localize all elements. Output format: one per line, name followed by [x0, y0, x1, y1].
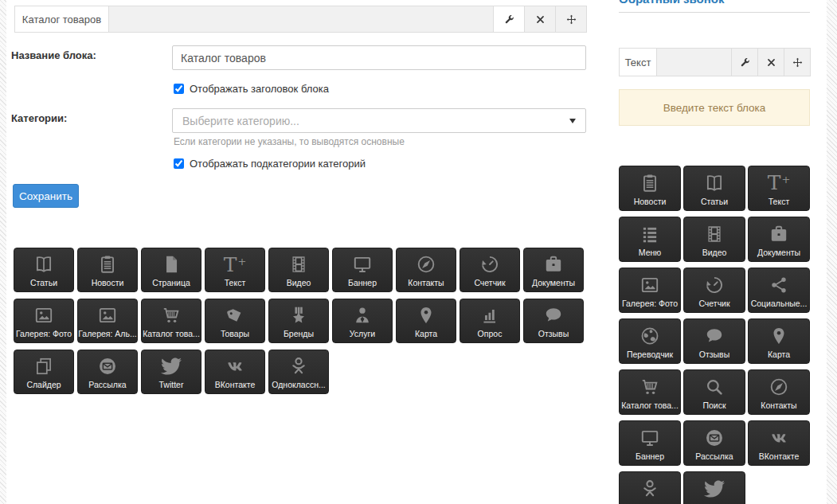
widget-tile[interactable]: Счетчик	[460, 248, 520, 292]
ok-icon	[639, 472, 660, 503]
widget-tile[interactable]: Документы	[523, 248, 584, 292]
widget-tile[interactable]: Видео	[268, 248, 329, 292]
widget-tile[interactable]: Галерея: Фото	[619, 268, 681, 313]
widget-tile[interactable]: Опрос	[460, 299, 520, 343]
widget-tile-label: Текст	[766, 197, 792, 211]
show-title-row: Отображать заголовок блока	[174, 83, 329, 95]
show-title-checkbox[interactable]	[174, 84, 184, 94]
widget-tile-label: Карта	[765, 350, 792, 364]
widget-tile[interactable]: Переводчик	[619, 318, 681, 364]
widget-tile[interactable]: Статьи	[14, 248, 74, 292]
list-icon	[639, 217, 660, 248]
widget-palette-main: СтатьиНовостиСтраницаT+ТекстВидеоБаннерК…	[14, 248, 590, 394]
widget-tile[interactable]: Документы	[748, 217, 810, 262]
widget-tile-label: Галерея: Аль...	[76, 330, 139, 343]
text-block-placeholder[interactable]: Введите текст блока	[619, 89, 810, 126]
remove-block-button[interactable]	[524, 6, 555, 32]
widget-tile[interactable]: Меню	[619, 217, 681, 262]
widget-tile[interactable]: Товары	[205, 299, 265, 343]
widget-tile[interactable]: Контакты	[748, 369, 810, 415]
compass-icon	[769, 370, 789, 401]
widget-tile-label: Контакты	[405, 279, 446, 292]
widget-tile[interactable]: Баннер	[332, 248, 393, 292]
widget-palette-sidebar: НовостиСтатьиT+ТекстМенюВидеоДокументыГа…	[619, 166, 812, 504]
widget-tile[interactable]: Бренды	[268, 299, 329, 343]
widget-tile[interactable]: Социальные...	[748, 268, 810, 313]
widget-tile[interactable]: Видео	[683, 217, 745, 262]
search-icon	[704, 370, 725, 401]
categories-hint: Если категории не указаны, то выводятся …	[174, 136, 405, 147]
widget-tile[interactable]: Статьи	[683, 166, 745, 211]
remove-block-button[interactable]	[757, 49, 784, 76]
image-icon	[33, 299, 54, 330]
widget-tile[interactable]: Карта	[396, 299, 456, 343]
counter-icon	[479, 248, 500, 279]
monitor-icon	[639, 421, 660, 452]
show-subcategories-checkbox[interactable]	[174, 158, 184, 169]
widget-tile[interactable]: Одноклассн...	[268, 350, 329, 394]
text-block-tab[interactable]: Текст	[620, 49, 657, 76]
widget-tile[interactable]: Галерея: Фото	[14, 299, 74, 343]
widget-tile-label: Галерея: Фото	[620, 299, 680, 313]
widget-tile[interactable]: Галерея: Аль...	[77, 299, 138, 343]
widget-tile[interactable]: Рассылка	[683, 420, 745, 466]
text-plus-icon: T+	[768, 166, 791, 197]
twitter-icon	[704, 472, 725, 503]
widget-tile[interactable]: Услуги	[332, 299, 393, 343]
widget-tile[interactable]: Страница	[141, 248, 201, 292]
widget-tile[interactable]: Отзывы	[683, 318, 745, 364]
move-block-button[interactable]	[784, 49, 810, 76]
widget-tile-label: Отзывы	[536, 330, 571, 343]
briefcase-icon	[769, 217, 789, 248]
widget-tile-label: ВКонтакте	[757, 452, 802, 466]
map-pin-icon	[769, 319, 789, 350]
catalog-block-toolbar: Каталог товаров	[14, 6, 587, 33]
widget-tile[interactable]: T+Текст	[748, 166, 810, 211]
settings-button[interactable]	[493, 6, 524, 32]
widget-tile[interactable]: Одноклассн...	[619, 471, 681, 504]
award-icon	[288, 299, 309, 330]
widget-tile[interactable]: Баннер	[619, 420, 681, 466]
page-icon	[161, 248, 182, 279]
mail-icon	[97, 350, 118, 381]
prev-block-title-link[interactable]: Обратный звонок	[619, 0, 724, 6]
save-button[interactable]: Сохранить	[13, 184, 79, 208]
widget-tile[interactable]: Поиск	[683, 369, 745, 415]
widget-tile[interactable]: ВКонтакте	[748, 420, 810, 466]
move-block-button[interactable]	[555, 6, 586, 32]
widget-tile[interactable]: Слайдер	[14, 350, 74, 394]
tag-icon	[225, 299, 245, 330]
widget-tile-label: Переводчик	[624, 350, 675, 364]
widget-tile[interactable]: Отзывы	[523, 299, 584, 343]
widget-tile[interactable]: ВКонтакте	[205, 350, 265, 394]
widget-tile[interactable]: Карта	[748, 318, 810, 364]
widget-tile-label: Баннер	[346, 279, 379, 292]
share-icon	[769, 268, 789, 299]
widget-tile[interactable]: Каталог това...	[141, 299, 201, 343]
widget-tile[interactable]: Контакты	[396, 248, 456, 292]
show-subcategories-label: Отображать подкатегории категорий	[190, 158, 366, 170]
widget-tile[interactable]: Рассылка	[77, 350, 138, 394]
toolbar-drag-area[interactable]	[109, 6, 493, 32]
categories-select[interactable]: Выберите категорию...	[172, 108, 586, 133]
widget-tile-label: Twitter	[157, 381, 186, 394]
map-pin-icon	[416, 299, 436, 330]
widget-tile[interactable]: T+Текст	[205, 248, 265, 292]
catalog-block-tab[interactable]: Каталог товаров	[15, 6, 109, 32]
film-icon	[704, 217, 725, 248]
block-name-input[interactable]	[172, 45, 586, 70]
widget-tile-label: Документы	[755, 248, 803, 262]
widget-tile-label: Социальные...	[749, 299, 810, 313]
comment-icon	[704, 319, 725, 350]
widget-tile[interactable]: Twitter	[683, 471, 745, 504]
widget-tile[interactable]: Twitter	[141, 350, 201, 394]
widget-tile[interactable]: Счетчик	[683, 268, 745, 313]
widget-tile[interactable]: Каталог това...	[619, 369, 681, 415]
chevron-down-icon	[569, 119, 576, 123]
toolbar-drag-area[interactable]	[657, 49, 731, 76]
widget-tile-label: Видео	[284, 279, 314, 292]
widget-tile[interactable]: Новости	[619, 166, 681, 211]
widget-tile[interactable]: Новости	[77, 248, 138, 292]
move-icon	[566, 14, 577, 25]
settings-button[interactable]	[731, 49, 757, 76]
